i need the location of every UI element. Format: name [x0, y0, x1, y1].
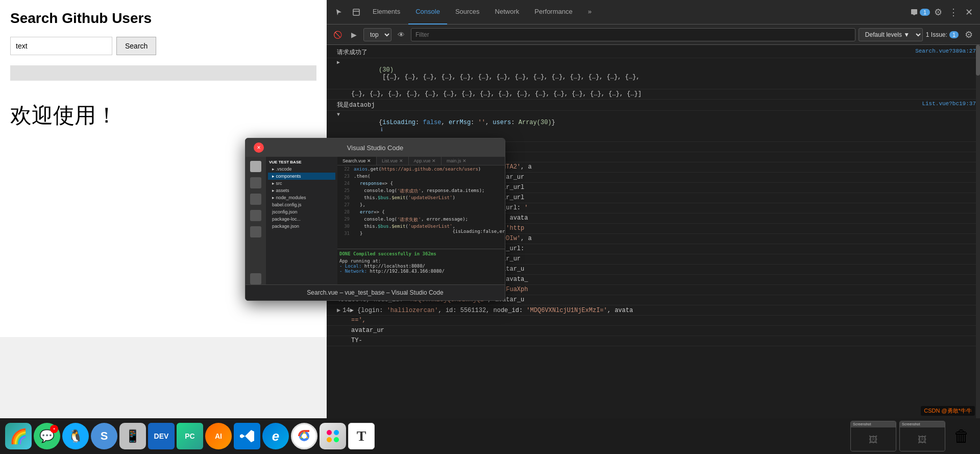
- page-title: Search Github Users: [10, 10, 316, 27]
- console-text: {isLoading: false, errMsg: '', users: Ar…: [342, 112, 976, 140]
- tab-performance[interactable]: Performance: [527, 0, 579, 25]
- taskbar-launchpad[interactable]: [320, 423, 346, 449]
- expand-arrow[interactable]: ▼: [337, 112, 340, 117]
- console-source[interactable]: Search.vue?389a:27: [905, 48, 976, 54]
- search-row: Search: [10, 37, 316, 55]
- vscode-modal-header: × Visual Studio Code: [246, 138, 505, 157]
- vsc-explorer-icon[interactable]: [250, 161, 261, 172]
- vscode-modal-footer: Search.vue – vue_test_base – Visual Stud…: [246, 284, 505, 300]
- tab-sources[interactable]: Sources: [448, 0, 487, 25]
- console-line: avatar_ur: [327, 326, 980, 336]
- scrollbar-track[interactable]: [976, 45, 980, 454]
- messages-badge[interactable]: 1: [911, 9, 930, 16]
- vsc-file-active[interactable]: ▸ components: [268, 173, 335, 180]
- taskbar-devtools[interactable]: DEV: [148, 423, 175, 449]
- vsc-file-item[interactable]: jsconfig.json: [268, 208, 335, 216]
- vsc-editor-area: Search.vue ✕ List.vue ✕ App.vue ✕ main.j…: [337, 157, 505, 284]
- vsc-tab[interactable]: main.js ✕: [442, 157, 472, 165]
- taskbar-thumb1[interactable]: Screenshot 🖼: [850, 421, 896, 451]
- vsc-search-icon[interactable]: [250, 177, 261, 188]
- vsc-file-item[interactable]: package-loc...: [268, 216, 335, 223]
- code-line: 25console.log('请求成功', response.data.item…: [337, 188, 505, 195]
- filter-settings-icon[interactable]: ⚙: [962, 28, 976, 42]
- inspect-icon[interactable]: [348, 4, 364, 20]
- vsc-tab[interactable]: App.vue ✕: [409, 157, 442, 165]
- vsc-git-icon[interactable]: [250, 194, 261, 205]
- code-line: 26this.$bus.$emit('updateUserList'): [337, 195, 505, 202]
- vsc-file-tree: VUE TEST BASE ▸ .vscode ▸ components ▸ s…: [266, 157, 337, 284]
- vsc-file-item[interactable]: ▸ .vscode: [268, 165, 335, 173]
- taskbar-ai[interactable]: AI: [205, 423, 232, 449]
- console-line: ▶ 14▶ {login: 'halilozercan', id: 556113…: [327, 305, 980, 316]
- console-source[interactable]: List.vue?bc19:37: [912, 101, 976, 107]
- expand-arrow[interactable]: ▶: [337, 306, 340, 314]
- vsc-tab[interactable]: List.vue ✕: [377, 157, 409, 165]
- context-select[interactable]: top: [363, 28, 391, 41]
- scrollbar-thumb[interactable]: [976, 45, 980, 76]
- tab-network[interactable]: Network: [488, 0, 527, 25]
- code-line: 27},: [337, 202, 505, 209]
- svg-point-8: [327, 437, 332, 442]
- devtools-settings-icon[interactable]: ⚙: [931, 5, 945, 19]
- taskbar-finder[interactable]: 🌈: [5, 423, 32, 449]
- console-text: ==',: [351, 317, 976, 324]
- clear-console-icon[interactable]: 🚫: [331, 28, 344, 41]
- taskbar-wechat[interactable]: 💬 •: [34, 423, 60, 449]
- devtools-more-icon[interactable]: ⋮: [946, 5, 961, 19]
- vsc-file-item[interactable]: ▸ assets: [268, 187, 335, 194]
- vsc-settings-icon[interactable]: [250, 273, 261, 284]
- gray-bar: [10, 65, 316, 81]
- svg-point-7: [334, 430, 339, 435]
- console-line: ==',: [327, 316, 980, 326]
- vsc-tab[interactable]: Search.vue ✕: [337, 157, 377, 165]
- csdn-watermark: CSDN @勇敢*牛牛: [921, 406, 975, 416]
- taskbar-ipad[interactable]: 📱: [119, 423, 146, 449]
- vscode-modal-close-button[interactable]: ×: [254, 142, 264, 153]
- code-line: 22axios.get(https://api.github.com/searc…: [337, 166, 505, 174]
- devtools-toolbar: Elements Console Sources Network Perform…: [327, 0, 980, 25]
- taskbar-right: Screenshot 🖼 Screenshot 🖼 🗑: [850, 421, 975, 451]
- vsc-file-item[interactable]: package.json: [268, 223, 335, 230]
- taskbar-sogou[interactable]: S: [91, 423, 117, 449]
- taskbar-qq[interactable]: 🐧: [62, 423, 89, 449]
- console-line: {…}, {…}, {…}, {…}, {…}, {…}, {…}, {…}, …: [327, 89, 980, 100]
- taskbar-typora[interactable]: T: [348, 423, 375, 449]
- taskbar-thumb2[interactable]: Screenshot 🖼: [899, 421, 945, 451]
- vscode-modal-label: Search.vue – vue_test_base – Visual Stud…: [307, 289, 443, 296]
- vscode-editor-preview: VUE TEST BASE ▸ .vscode ▸ components ▸ s…: [246, 157, 505, 284]
- search-input[interactable]: [10, 37, 112, 55]
- tab-elements[interactable]: Elements: [365, 0, 407, 25]
- vsc-debug-icon[interactable]: [250, 210, 261, 221]
- vsc-extensions-icon[interactable]: [250, 226, 261, 237]
- issues-badge[interactable]: 1 Issue: 1: [926, 31, 959, 38]
- taskbar-edge[interactable]: e: [262, 423, 289, 449]
- console-text: (30) [{…}, {…}, {…}, {…}, {…}, {…}, {…},…: [342, 59, 976, 88]
- vsc-file-item[interactable]: ▸ src: [268, 180, 335, 187]
- taskbar-pycharm[interactable]: PC: [177, 423, 203, 449]
- search-button[interactable]: Search: [116, 37, 156, 55]
- vsc-file-item[interactable]: babel.config.js: [268, 201, 335, 208]
- console-text: 请求成功了: [337, 48, 905, 57]
- eye-icon[interactable]: 👁: [395, 28, 408, 41]
- vscode-modal-title: Visual Studio Code: [347, 144, 403, 152]
- console-text: 14▶ {login: 'halilozercan', id: 5561132,…: [342, 306, 976, 314]
- levels-select[interactable]: Default levels ▼: [859, 28, 923, 41]
- play-icon[interactable]: ▶: [347, 28, 360, 41]
- tab-console[interactable]: Console: [408, 0, 447, 25]
- taskbar: 🌈 💬 • 🐧 S 📱 DEV PC AI e: [0, 418, 980, 454]
- taskbar-vscode[interactable]: [234, 423, 260, 449]
- svg-point-5: [302, 434, 307, 439]
- filter-input[interactable]: [411, 28, 855, 41]
- cursor-icon[interactable]: [331, 4, 347, 20]
- badge-count: 1: [920, 9, 930, 16]
- taskbar-chrome[interactable]: [291, 423, 317, 449]
- code-line: 28error => {: [337, 209, 505, 217]
- vsc-file-item[interactable]: ▸ node_modules: [268, 194, 335, 201]
- welcome-text: 欢迎使用！: [10, 101, 316, 130]
- taskbar-trash[interactable]: 🗑: [948, 423, 975, 449]
- console-line: 请求成功了 Search.vue?389a:27: [327, 47, 980, 58]
- taskbar-badge: •: [50, 425, 58, 433]
- devtools-close-icon[interactable]: ✕: [962, 5, 976, 19]
- tab-more[interactable]: »: [581, 0, 599, 25]
- expand-arrow[interactable]: ▶: [337, 59, 340, 65]
